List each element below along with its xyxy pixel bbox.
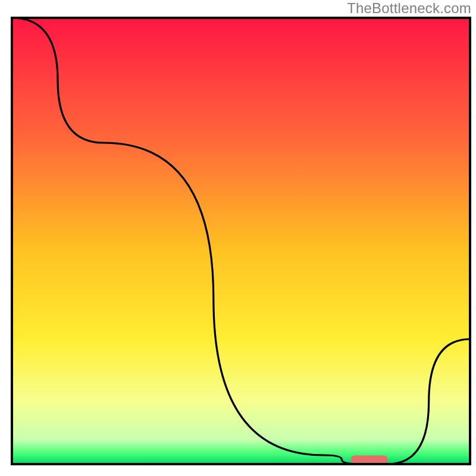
bottleneck-chart: [0, 0, 476, 476]
optimal-marker: [351, 456, 388, 464]
gradient-background: [12, 18, 470, 464]
brand-watermark: TheBottleneck.com: [347, 0, 471, 17]
